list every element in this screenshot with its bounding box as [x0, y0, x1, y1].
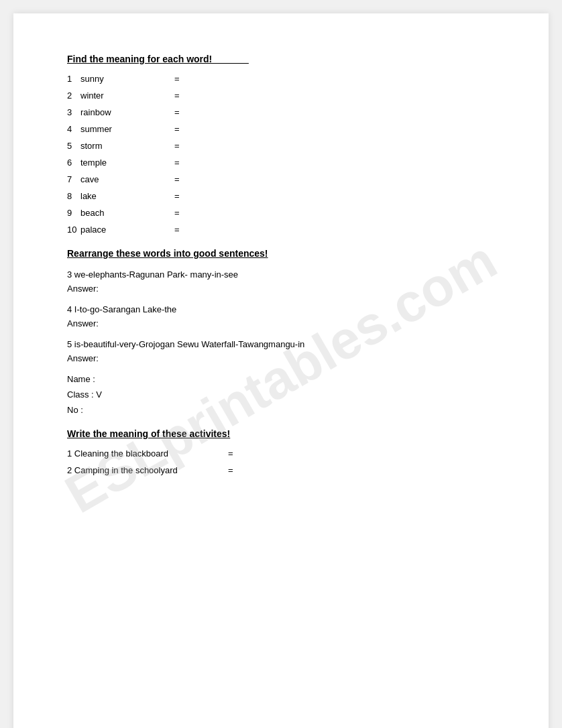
student-info: Name : Class : V No :	[67, 374, 495, 415]
section2-title: Rearrange these words into good sentence…	[67, 248, 495, 259]
word-number: 1	[67, 74, 80, 84]
equals-sign: =	[174, 90, 180, 101]
word-number: 8	[67, 191, 80, 201]
equals-sign: =	[174, 208, 180, 218]
sentence-item: 4 I-to-go-Sarangan Lake-the	[67, 304, 495, 314]
word-row: 3 rainbow =	[67, 107, 495, 117]
word-label: rainbow	[80, 107, 174, 117]
word-number: 6	[67, 158, 80, 168]
word-label: sunny	[80, 74, 174, 84]
answer-line: Answer:	[67, 353, 495, 363]
word-label: beach	[80, 208, 174, 218]
word-label: cave	[80, 174, 174, 184]
word-label: storm	[80, 141, 174, 151]
word-row: 7 cave =	[67, 174, 495, 184]
sentences-container: 3 we-elephants-Ragunan Park- many-in-see…	[67, 269, 495, 363]
word-row: 1 sunny =	[67, 74, 495, 84]
answer-line: Answer:	[67, 284, 495, 294]
activities-container: 1 Cleaning the blackboard = 2 Camping in…	[67, 448, 495, 475]
class-row: Class : V	[67, 389, 495, 400]
section2-block: Rearrange these words into good sentence…	[67, 248, 495, 259]
sentence-item: 3 we-elephants-Ragunan Park- many-in-see	[67, 269, 495, 280]
section1-title-block: Find the meaning for each word!_______	[67, 54, 495, 64]
equals-sign: =	[174, 141, 180, 151]
word-row: 6 temple =	[67, 158, 495, 168]
word-number: 10	[67, 225, 80, 235]
word-number: 9	[67, 208, 80, 218]
word-row: 5 storm =	[67, 141, 495, 151]
equals-sign: =	[228, 465, 233, 475]
equals-sign: =	[174, 191, 180, 201]
activity-row: 2 Camping in the schoolyard =	[67, 465, 495, 475]
word-label: summer	[80, 124, 174, 134]
word-row: 10 palace =	[67, 225, 495, 235]
name-row: Name :	[67, 374, 495, 384]
equals-sign: =	[174, 107, 180, 117]
equals-sign: =	[174, 74, 180, 84]
word-number: 5	[67, 141, 80, 151]
equals-sign: =	[174, 158, 180, 168]
word-number: 4	[67, 124, 80, 134]
word-number: 3	[67, 107, 80, 117]
answer-line: Answer:	[67, 318, 495, 328]
word-label: lake	[80, 191, 174, 201]
word-number: 2	[67, 90, 80, 101]
word-row: 9 beach =	[67, 208, 495, 218]
equals-sign: =	[228, 448, 233, 459]
word-row: 8 lake =	[67, 191, 495, 201]
section1-title: Find the meaning for each word!_______	[67, 54, 495, 64]
no-row: No :	[67, 405, 495, 415]
word-label: temple	[80, 158, 174, 168]
equals-sign: =	[174, 124, 180, 134]
section3-title: Write the meaning of these activites!	[67, 428, 495, 439]
equals-sign: =	[174, 225, 180, 235]
sentence-item: 5 is-beautiful-very-Grojogan Sewu Waterf…	[67, 339, 495, 349]
activity-label: 1 Cleaning the blackboard	[67, 448, 228, 459]
word-list: 1 sunny = 2 winter = 3 rainbow = 4 summe…	[67, 74, 495, 235]
section3-block: Write the meaning of these activites!	[67, 428, 495, 439]
word-label: palace	[80, 225, 174, 235]
activity-label: 2 Camping in the schoolyard	[67, 465, 228, 475]
word-label: winter	[80, 90, 174, 101]
word-row: 4 summer =	[67, 124, 495, 134]
worksheet-page: ESLprintables.com Find the meaning for e…	[13, 13, 549, 728]
word-number: 7	[67, 174, 80, 184]
activity-row: 1 Cleaning the blackboard =	[67, 448, 495, 459]
word-row: 2 winter =	[67, 90, 495, 101]
equals-sign: =	[174, 174, 180, 184]
